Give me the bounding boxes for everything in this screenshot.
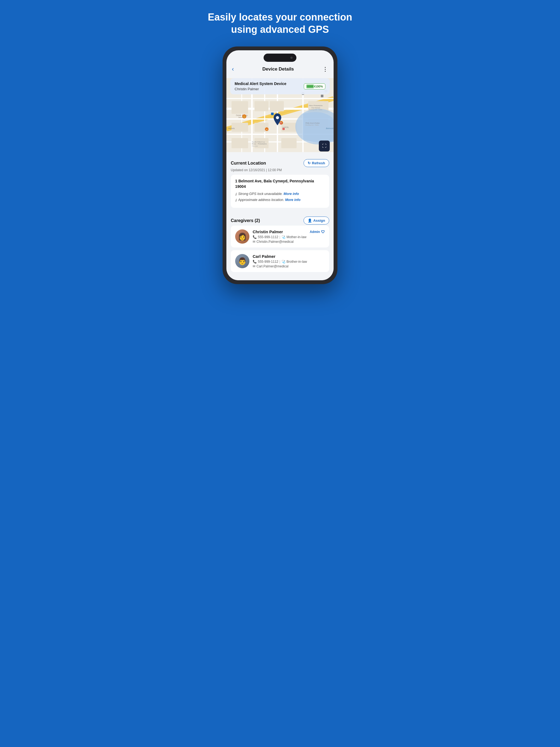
caregiver-email-1: Carl.Palmer@medical <box>256 264 288 268</box>
shield-icon-0: 🛡 <box>321 230 325 234</box>
battery-icon <box>306 84 314 88</box>
email-icon-1: ✉ <box>253 264 255 268</box>
assign-button[interactable]: 👤 Assign <box>304 216 329 225</box>
top-nav: ‹ Device Details ⋮ <box>226 62 334 75</box>
svg-text:Hilton Philadelphia: Hilton Philadelphia <box>309 105 323 106</box>
phone-mockup: ‹ Device Details ⋮ <box>223 47 337 284</box>
battery-percent: 100% <box>315 85 323 88</box>
device-info-card: Medical Alert System Device Christin Pal… <box>230 78 330 94</box>
device-user: Christin Palmer <box>235 87 286 91</box>
location-card: 1 Belmont Ave, Bala Cynwyd, Pennsylvania… <box>231 175 329 208</box>
caregiver-meta-0: 📞 555-999-1112 | 🩺 Mother-in-law <box>253 235 325 239</box>
phone-screen: ‹ Device Details ⋮ <box>226 50 334 280</box>
expand-icon: ⛶ <box>322 144 327 149</box>
svg-rect-21 <box>281 138 297 148</box>
svg-text:Booking.com · Hotels: Booking.com · Hotels <box>305 124 319 126</box>
caregiver-relationship-1: Brother-in-law <box>286 260 307 264</box>
assign-person-icon: 👤 <box>308 218 312 223</box>
heart-icon-1: 🩺 <box>281 260 285 264</box>
caregiver-phone-0: 555-999-1112 <box>258 235 278 239</box>
battery-badge: 100% <box>304 83 325 89</box>
refresh-button[interactable]: ↻ Refresh <box>304 159 329 167</box>
svg-text:🍔: 🍔 <box>243 115 246 118</box>
svg-text:Sardi's Pollo A La: Sardi's Pollo A La <box>252 141 265 143</box>
location-section-header: Current Location ↻ Refresh <box>231 155 329 168</box>
caregiver-name-row-1: Carl Palmer <box>253 254 325 259</box>
svg-rect-14 <box>255 101 269 111</box>
heart-icon-0: 🩺 <box>281 235 285 239</box>
caregivers-section: Caregivers (2) 👤 Assign 👩 Christin Palme… <box>231 212 329 272</box>
caregiver-relationship-0: Mother-in-law <box>286 235 307 239</box>
svg-rect-13 <box>232 101 248 114</box>
svg-text:⛽: ⛽ <box>280 122 283 124</box>
phone-icon-1: 📞 <box>253 260 257 264</box>
caregivers-section-header: Caregivers (2) 👤 Assign <box>231 212 329 226</box>
svg-rect-16 <box>232 123 248 132</box>
avatar-0: 👩 <box>235 229 249 243</box>
refresh-label: Refresh <box>312 161 325 165</box>
caregiver-info-1: Carl Palmer 📞 555-999-1112 | 🩺 Brother-i… <box>253 254 325 268</box>
svg-text:Booking.com · Hotels: Booking.com · Hotels <box>309 109 322 110</box>
caregivers-section-title: Caregivers (2) <box>231 218 260 223</box>
location-note-2: ℹ Approximate address location. More inf… <box>235 198 325 202</box>
svg-text:Philly Inns & Suites: Philly Inns & Suites <box>305 122 320 124</box>
page-headline: Easily locates your connection using adv… <box>208 11 352 35</box>
avatar-image-0: 👩 <box>238 232 247 241</box>
assign-label: Assign <box>313 218 325 223</box>
caregiver-card-0: 👩 Christin Palmer Admin 🛡 📞 555- <box>231 226 329 248</box>
caregiver-name-1: Carl Palmer <box>253 254 275 259</box>
caregiver-card-1: 👨 Carl Palmer 📞 555-999-1112 | 🩺 Brother… <box>231 250 329 272</box>
caregiver-email-row-1: ✉ Carl.Palmer@medical <box>253 264 325 268</box>
location-updated: Updated on 12/16/2021 | 12:00 PM <box>231 168 329 172</box>
admin-badge-0: Admin 🛡 <box>310 230 325 234</box>
svg-point-47 <box>276 116 279 119</box>
svg-rect-49 <box>321 95 323 97</box>
info-icon-2: ℹ <box>235 198 236 202</box>
info-icon-1: ℹ <box>235 192 236 196</box>
caregiver-email-0: Christin.Palmer@medical <box>256 240 294 243</box>
map-expand-button[interactable]: ⛶ <box>319 140 330 152</box>
location-section-title: Current Location <box>231 161 266 166</box>
nav-title: Device Details <box>262 67 294 72</box>
avatar-image-1: 👨 <box>238 257 247 265</box>
menu-button[interactable]: ⋮ <box>322 66 328 73</box>
avatar-1: 👨 <box>235 254 249 268</box>
svg-text:P: P <box>283 128 284 130</box>
svg-rect-18 <box>232 138 248 148</box>
caregiver-name-0: Christin Palmer <box>253 229 283 234</box>
refresh-icon: ↻ <box>308 161 311 165</box>
caregiver-phone-1: 555-999-1112 <box>258 260 278 264</box>
device-name: Medical Alert System Device <box>235 81 286 86</box>
admin-label-0: Admin <box>310 230 320 234</box>
svg-text:Markets: Markets <box>228 127 235 129</box>
caregiver-meta-1: 📞 555-999-1112 | 🩺 Brother-in-law <box>253 260 325 264</box>
caregiver-info-0: Christin Palmer Admin 🛡 📞 555-999-1112 |… <box>253 229 325 243</box>
email-icon-0: ✉ <box>253 240 255 243</box>
caregiver-email-row-0: ✉ Christin.Palmer@medical <box>253 240 325 243</box>
more-info-link-2[interactable]: More info <box>285 198 301 202</box>
content-area: Current Location ↻ Refresh Updated on 12… <box>226 155 334 280</box>
map-container[interactable]: Corner Bakery Sandwich Markets Hilton Ph… <box>226 75 334 155</box>
camera-dot <box>290 57 292 59</box>
back-button[interactable]: ‹ <box>232 66 234 73</box>
svg-rect-48 <box>271 113 274 115</box>
svg-text:Peruvian: Peruvian <box>252 145 258 147</box>
more-info-link-1[interactable]: More info <box>284 192 299 196</box>
location-address: 1 Belmont Ave, Bala Cynwyd, Pennsylvania… <box>235 179 325 189</box>
svg-text:Brasa · Philadelphia: Brasa · Philadelphia <box>252 143 266 145</box>
svg-text:LUKOIL: LUKOIL <box>282 126 289 128</box>
svg-rect-15 <box>270 101 284 111</box>
caregiver-name-row-0: Christin Palmer Admin 🛡 <box>253 229 325 234</box>
location-note-1: ℹ Strong GPS lock unavailable. More info <box>235 192 325 196</box>
phone-icon-0: 📞 <box>253 235 257 239</box>
dynamic-island <box>263 54 297 62</box>
svg-text:Belmont: Belmont <box>326 127 334 130</box>
svg-text:H: H <box>266 128 268 131</box>
svg-text:City Avenue: City Avenue <box>311 107 321 108</box>
